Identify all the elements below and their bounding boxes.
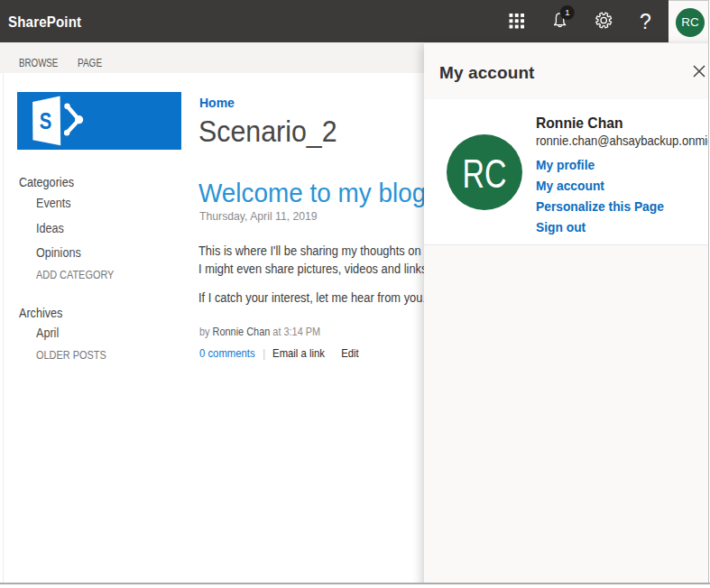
- svg-text:S: S: [40, 107, 52, 134]
- svg-text:1: 1: [565, 7, 569, 17]
